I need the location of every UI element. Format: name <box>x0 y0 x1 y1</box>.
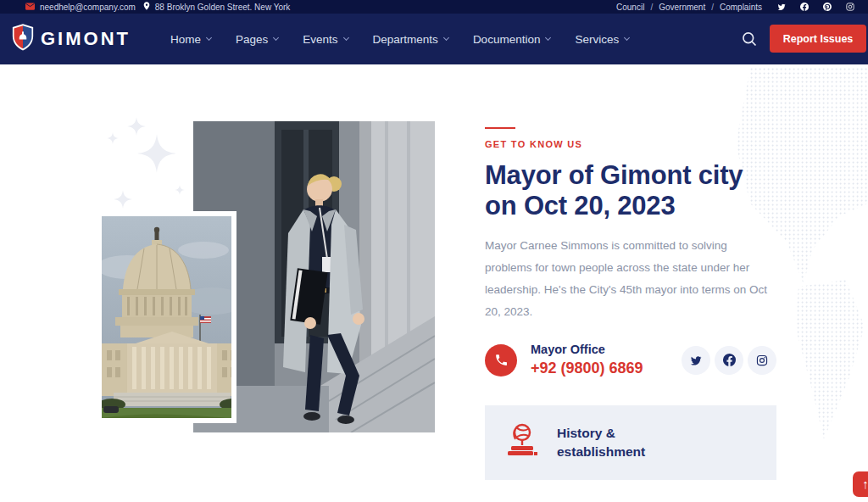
contact-text: Mayor Office +92 (9800) 6869 <box>531 343 643 377</box>
report-issues-button[interactable]: Report Issues <box>770 25 866 53</box>
chevron-down-icon <box>273 35 279 41</box>
menu-documention[interactable]: Documention <box>473 33 551 46</box>
capitol-photo <box>97 211 236 423</box>
contact-label: Mayor Office <box>531 343 643 356</box>
topbar-contact: needhelp@company.com 88 Broklyn Golden S… <box>25 2 290 12</box>
link-complaints[interactable]: Complaints <box>720 3 762 12</box>
title-line-2: on Oct 20, 2023 <box>485 191 675 220</box>
menu-services[interactable]: Services <box>575 33 629 46</box>
sparkle-stars-decoration <box>107 112 195 215</box>
contact-row: Mayor Office +92 (9800) 6869 <box>485 343 776 377</box>
brand-logo[interactable]: GIMONT <box>10 23 131 55</box>
section-eyebrow: GET TO KNOW US <box>485 139 776 149</box>
menu-home[interactable]: Home <box>170 33 211 46</box>
topbar-social <box>777 3 854 11</box>
main-navbar: GIMONT Home Pages Events Departments Doc… <box>0 14 868 64</box>
menu-departments[interactable]: Departments <box>373 33 448 46</box>
chevron-down-icon <box>624 35 630 41</box>
shield-logo-icon <box>10 23 36 55</box>
chevron-down-icon <box>545 35 551 41</box>
link-government[interactable]: Government <box>659 3 705 12</box>
mayor-office-contact[interactable]: Mayor Office +92 (9800) 6869 <box>485 343 643 377</box>
link-council[interactable]: Council <box>616 3 644 12</box>
instagram-icon[interactable] <box>846 3 854 11</box>
accent-line <box>485 127 515 129</box>
globe-books-icon <box>504 422 538 463</box>
menu-events[interactable]: Events <box>303 33 348 46</box>
twitter-button[interactable] <box>682 346 710 375</box>
link-separator: / <box>711 3 714 12</box>
title-line-1: Mayor of Gimont city <box>485 160 743 190</box>
main-menu: Home Pages Events Departments Documentio… <box>170 33 629 46</box>
history-establishment-card[interactable]: History & establishment <box>485 405 776 480</box>
page-title: Mayor of Gimont city on Oct 20, 2023 <box>485 160 776 221</box>
pinterest-icon[interactable] <box>823 3 832 11</box>
facebook-icon[interactable] <box>800 3 809 11</box>
email-text: needhelp@company.com <box>40 3 136 12</box>
hero-social <box>682 346 776 375</box>
hero-paragraph: Mayor Carnee Simmons is committed to sol… <box>485 235 776 323</box>
topbar: needhelp@company.com 88 Broklyn Golden S… <box>0 0 868 14</box>
facebook-button[interactable] <box>715 346 743 375</box>
topbar-links: Council / Government / Complaints <box>616 3 762 12</box>
envelope-icon <box>25 3 35 12</box>
link-separator: / <box>650 3 653 12</box>
twitter-icon[interactable] <box>777 3 786 11</box>
chevron-down-icon <box>343 35 349 41</box>
card-title: History & establishment <box>557 424 671 461</box>
scroll-to-top-button[interactable]: ↑ <box>853 471 868 497</box>
phone-icon <box>485 344 517 376</box>
contact-phone[interactable]: +92 (9800) 6869 <box>531 360 643 377</box>
page: needhelp@company.com 88 Broklyn Golden S… <box>0 0 868 502</box>
instagram-button[interactable] <box>748 346 776 375</box>
address-text: 88 Broklyn Golden Street. New York <box>155 3 291 12</box>
location-pin-icon <box>143 2 150 12</box>
brand-name: GIMONT <box>41 28 131 50</box>
search-icon[interactable] <box>741 31 758 47</box>
menu-pages[interactable]: Pages <box>236 33 278 46</box>
chevron-down-icon <box>206 35 212 41</box>
email-link[interactable]: needhelp@company.com <box>25 3 136 12</box>
hero-content: GET TO KNOW US Mayor of Gimont city on O… <box>485 127 776 480</box>
chevron-down-icon <box>443 35 449 41</box>
topbar-right: Council / Government / Complaints <box>616 3 854 12</box>
address-item: 88 Broklyn Golden Street. New York <box>143 2 291 12</box>
